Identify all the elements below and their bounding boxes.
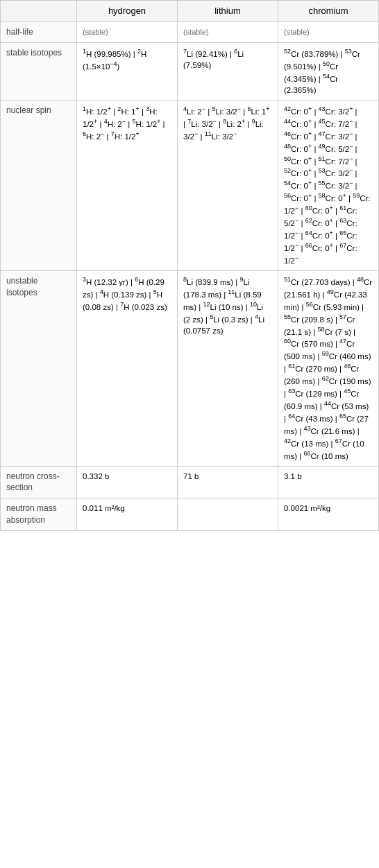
row-label-stable-isotopes: stable isotopes bbox=[1, 42, 77, 100]
neutron-mass-absorption-lithium bbox=[178, 498, 278, 531]
nuclear-spin-hydrogen: 1H: 1/2+ | 2H: 1+ | 3H: 1/2+ | 4H: 2− | … bbox=[77, 100, 178, 270]
table-row: unstable isotopes 3H (12.32 yr) | 6H (0.… bbox=[1, 270, 379, 466]
half-life-hydrogen-value: (stable) bbox=[83, 28, 108, 36]
row-label-unstable-isotopes: unstable isotopes bbox=[1, 270, 77, 466]
row-label-neutron-mass-absorption: neutron mass absorption bbox=[1, 498, 77, 531]
row-label-nuclear-spin: nuclear spin bbox=[1, 100, 77, 270]
stable-isotopes-lithium: 7Li (92.41%) | 6Li (7.59%) bbox=[178, 42, 278, 100]
element-properties-table: hydrogen lithium chromium half-life (sta… bbox=[0, 0, 379, 531]
col-header-lithium: lithium bbox=[178, 1, 278, 22]
unstable-isotopes-hydrogen: 3H (12.32 yr) | 6H (0.29 zs) | 4H (0.139… bbox=[77, 270, 178, 466]
half-life-lithium: (stable) bbox=[178, 22, 278, 43]
neutron-mass-absorption-chromium: 0.0021 m²/kg bbox=[278, 498, 379, 531]
col-header-label bbox=[1, 1, 77, 22]
half-life-chromium: (stable) bbox=[278, 22, 379, 43]
table-row: nuclear spin 1H: 1/2+ | 2H: 1+ | 3H: 1/2… bbox=[1, 100, 379, 270]
unstable-isotopes-chromium: 51Cr (27.703 days) | 48Cr (21.561 h) | 4… bbox=[278, 270, 379, 466]
neutron-cross-section-hydrogen: 0.332 b bbox=[77, 466, 178, 498]
stable-isotopes-hydrogen: 1H (99.985%) | 2H (1.5×10−4) bbox=[77, 42, 178, 100]
half-life-hydrogen: (stable) bbox=[77, 22, 178, 43]
nuclear-spin-chromium: 42Cr: 0+ | 43Cr: 3/2+ | 44Cr: 0+ | 45Cr:… bbox=[278, 100, 379, 270]
table-row: neutron cross-section 0.332 b 71 b 3.1 b bbox=[1, 466, 379, 498]
table-row: stable isotopes 1H (99.985%) | 2H (1.5×1… bbox=[1, 42, 379, 100]
neutron-cross-section-chromium: 3.1 b bbox=[278, 466, 379, 498]
row-label-neutron-cross-section: neutron cross-section bbox=[1, 466, 77, 498]
nuclear-spin-lithium: 4Li: 2− | 5Li: 3/2− | 6Li: 1+ | 7Li: 3/2… bbox=[178, 100, 278, 270]
stable-isotopes-chromium: 52Cr (83.789%) | 53Cr (9.501%) | 50Cr (4… bbox=[278, 42, 379, 100]
neutron-mass-absorption-hydrogen: 0.011 m²/kg bbox=[77, 498, 178, 531]
col-header-hydrogen: hydrogen bbox=[77, 1, 178, 22]
table-row: neutron mass absorption 0.011 m²/kg 0.00… bbox=[1, 498, 379, 531]
col-header-chromium: chromium bbox=[278, 1, 379, 22]
half-life-lithium-value: (stable) bbox=[183, 28, 209, 36]
table-row: half-life (stable) (stable) (stable) bbox=[1, 22, 379, 43]
half-life-chromium-value: (stable) bbox=[284, 28, 310, 36]
unstable-isotopes-lithium: 8Li (839.9 ms) | 9Li (178.3 ms) | 11Li (… bbox=[178, 270, 278, 466]
row-label-half-life: half-life bbox=[1, 22, 77, 43]
neutron-cross-section-lithium: 71 b bbox=[178, 466, 278, 498]
